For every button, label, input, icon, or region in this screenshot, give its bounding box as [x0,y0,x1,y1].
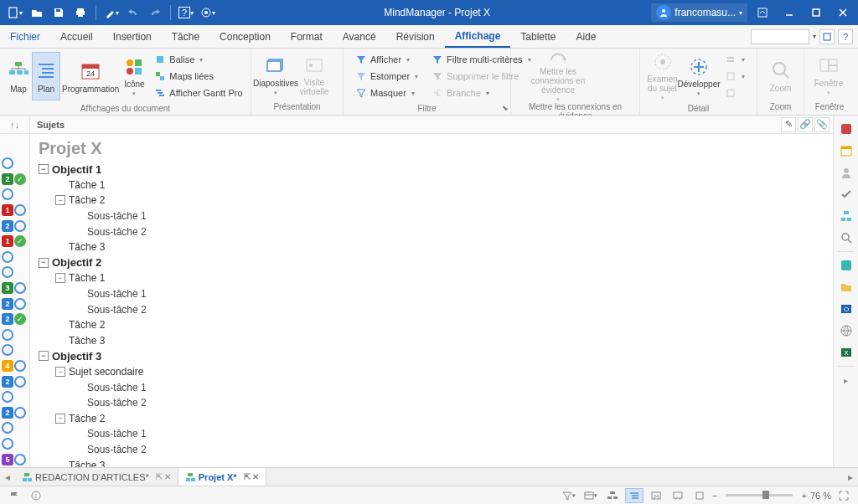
tab-aide[interactable]: Aide [566,25,606,48]
doctabs-left-arrow[interactable]: ◂ [0,468,15,486]
help-button[interactable]: ? [838,29,853,44]
document-tab[interactable]: REDACTION D'ARTICLES*⇱✕ [15,468,178,486]
doctabs-right-arrow[interactable]: ▸ [843,468,858,486]
outline-node[interactable]: Sous-tâche 1 [39,426,833,442]
diapositives-button[interactable]: Diapositives ▾ [256,51,295,100]
status-info-button[interactable]: i [27,488,45,503]
new-file-button[interactable]: ▾ [5,3,25,23]
rail-browser-button[interactable] [836,255,856,275]
balise-button[interactable]: Balise▾ [151,52,246,67]
filter-launcher-icon[interactable]: ⬊ [502,104,509,112]
close-button[interactable] [831,1,855,24]
tab-insertion[interactable]: Insertion [103,25,162,48]
expand-toggle[interactable]: − [55,367,65,377]
style-selector[interactable] [751,29,809,44]
gantt-button[interactable]: Afficher Gantt Pro [151,85,246,100]
connexions-button[interactable]: Mettre les connexions en évidence ▾ [516,51,600,100]
status-view-map-button[interactable] [603,488,622,503]
status-view-outline-button[interactable] [625,488,644,503]
detail-opt3-button[interactable] [721,85,748,100]
outline-node[interactable]: Tâche 1 [39,177,833,193]
rail-search-button[interactable] [836,228,856,248]
expand-toggle[interactable]: − [39,351,49,361]
filter-masquer-button[interactable]: Masquer▾ [352,85,421,100]
zoom-out-button[interactable]: − [712,491,717,501]
tab-avancé[interactable]: Avancé [333,25,386,48]
open-file-button[interactable] [27,3,47,23]
outline-node[interactable]: Sous-tâche 1 [39,286,833,302]
developper-button[interactable]: Développer ▾ [680,52,718,100]
zoom-percent-label[interactable]: 76 % [810,491,831,501]
tab-tâche[interactable]: Tâche [162,25,209,48]
expand-toggle[interactable]: − [55,414,65,424]
status-fullscreen-button[interactable] [835,488,853,503]
status-flag-button[interactable] [5,488,23,503]
rail-mindmap-button[interactable] [836,206,856,226]
outline-tool-edit-button[interactable]: ✎ [781,117,796,132]
zoom-slider[interactable] [726,494,793,496]
rail-contacts-button[interactable] [836,162,856,183]
tab-format[interactable]: Format [281,25,333,48]
filter-estomper-button[interactable]: Estomper▾ [352,69,421,84]
undo-button[interactable] [123,3,143,23]
detail-opt1-button[interactable]: ▾ [721,52,748,67]
ribbon-option-button[interactable] [819,29,835,44]
zoom-button[interactable]: Zoom [762,51,799,100]
rail-tasks-button[interactable] [836,184,856,204]
outline-node[interactable]: −Tâche 1 [39,270,833,286]
user-account-button[interactable]: francomasu... ▾ [651,3,747,22]
programmation-view-button[interactable]: 24 Programmation [60,52,121,100]
format-painter-button[interactable]: ▾ [101,3,121,23]
rail-excel-button[interactable]: X [836,342,856,363]
outline-node[interactable]: Tâche 3 [39,239,833,255]
tab-pin-button[interactable]: ⇱ [244,472,251,481]
tab-accueil[interactable]: Accueil [50,25,103,48]
outline-column-header[interactable]: Sujets [30,120,71,130]
help-dropdown-button[interactable]: ?▾ [176,3,196,23]
rail-outlook-button[interactable]: O [836,299,856,319]
tab-pin-button[interactable]: ⇱ [156,472,163,481]
outline-node[interactable]: Sous-tâche 2 [39,224,833,239]
detail-opt2-button[interactable]: ▾ [721,69,748,84]
rail-collapse-button[interactable]: ▸ [836,370,856,390]
expand-toggle[interactable]: − [55,273,65,283]
document-tab[interactable]: Projet X*⇱✕ [178,468,266,486]
status-view-schedule-button[interactable]: 24 [647,488,665,503]
fenetre-button[interactable]: Fenêtre ▾ [809,51,848,100]
outline-node[interactable]: −Sujet secondaire [39,364,833,380]
rail-folder-button[interactable] [836,277,856,297]
tab-fichier[interactable]: Fichier [0,25,50,48]
tab-affichage[interactable]: Affichage [445,25,511,48]
outline-node[interactable]: Tâche 2 [39,317,833,333]
outline-tool-attachment-button[interactable]: 📎 [814,117,830,132]
tab-révision[interactable]: Révision [386,25,445,48]
outline-node[interactable]: Tâche 3 [39,333,833,349]
status-panel-button[interactable]: ▾ [581,488,600,503]
expand-toggle[interactable]: − [39,164,49,174]
gutter-header[interactable]: ↑↓ [0,116,29,134]
outline-node[interactable]: Sous-tâche 1 [39,379,833,395]
plan-view-button[interactable]: Plan [32,52,60,100]
outline-tool-link-button[interactable]: 🔗 [798,117,813,132]
outline-node[interactable]: −Tâche 2 [39,411,833,427]
rail-calendar-button[interactable] [836,141,856,161]
status-zoom-fit-button[interactable] [690,488,709,503]
linked-maps-button[interactable]: Maps liées [151,69,246,84]
tab-close-button[interactable]: ✕ [164,472,171,481]
examen-sujet-button[interactable]: Examen du sujet ▾ [645,52,680,100]
rail-mindmanager-button[interactable] [836,119,856,139]
outline-node[interactable]: −Objectif 2 [39,255,833,271]
rail-web-button[interactable] [836,321,856,341]
outline-node[interactable]: Sous-tâche 2 [39,395,833,411]
outline-node[interactable]: −Objectif 3 [39,348,833,364]
outline-node[interactable]: −Objectif 1 [39,162,833,177]
outline-node[interactable]: Sous-tâche 1 [39,208,833,224]
icone-view-button[interactable]: Icône ▾ [121,52,147,100]
view-dropdown-button[interactable]: ▾ [198,3,218,23]
minimize-button[interactable] [778,1,801,24]
status-view-presentation-button[interactable] [669,488,687,503]
tab-conception[interactable]: Conception [209,25,281,48]
outline-node[interactable]: Sous-tâche 2 [39,301,833,317]
tab-close-button[interactable]: ✕ [252,472,259,481]
outline-node[interactable]: −Tâche 2 [39,193,833,208]
